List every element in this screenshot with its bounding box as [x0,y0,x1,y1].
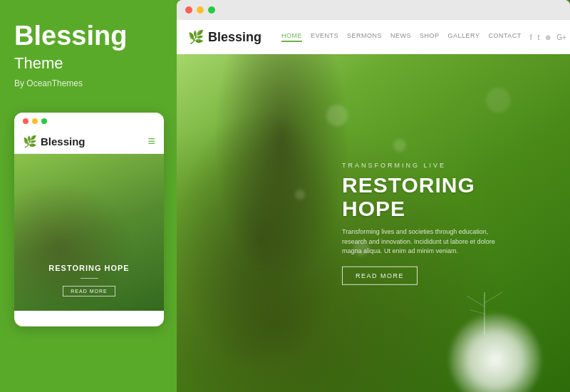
desktop-hero: TRANSFORMING LIVE RESTORING HOPE Transfo… [177,54,570,392]
desktop-navbar: 🌿 Blessing HOME EVENTS SERMONS NEWS SHOP… [177,20,570,54]
mobile-titlebar [14,113,164,130]
bokeh-4 [295,190,305,200]
dandelion-shape [442,292,556,392]
desktop-nav-social: f t ⊕ G+ ✉ [530,33,570,41]
desktop-hero-cta-button[interactable]: READ MORE [342,266,418,284]
desktop-browser-content: 🌿 Blessing HOME EVENTS SERMONS NEWS SHOP… [177,20,570,392]
social-gplus[interactable]: G+ [556,33,566,41]
bokeh-2 [393,139,406,152]
theme-subtitle: Theme [14,54,63,73]
desktop-dot-yellow[interactable] [197,6,204,14]
desktop-chrome: 🌿 Blessing HOME EVENTS SERMONS NEWS SHOP… [177,0,570,392]
nav-link-contact[interactable]: CONTACT [488,32,521,42]
mobile-logo-text: Blessing [41,135,86,148]
mobile-hero-title: RESTORING HOPE [14,264,164,272]
nav-link-home[interactable]: HOME [281,32,302,42]
nav-link-events[interactable]: EVENTS [311,32,338,42]
desktop-hero-content: TRANSFORMING LIVE RESTORING HOPE Transfo… [342,162,542,285]
nav-link-gallery[interactable]: GALLERY [448,32,480,42]
left-panel: Blessing Theme By OceanThemes 🌿 Blessing… [0,0,177,392]
desktop-nav-logo-text: Blessing [208,30,261,45]
desktop-dot-green[interactable] [208,6,215,14]
desktop-dot-red[interactable] [185,6,192,14]
mobile-mockup: 🌿 Blessing ≡ RESTORING HOPE READ MORE [14,113,164,326]
mobile-navbar: 🌿 Blessing ≡ [14,130,164,154]
desktop-nav-logo-icon: 🌿 [188,29,204,45]
mobile-hamburger-icon[interactable]: ≡ [147,134,155,149]
desktop-titlebar [177,0,570,20]
right-panel: 🌿 Blessing HOME EVENTS SERMONS NEWS SHOP… [177,0,570,392]
theme-author: By OceanThemes [14,78,83,88]
social-twitter[interactable]: t [538,33,540,41]
dandelion-stem-svg [456,278,513,335]
nav-link-shop[interactable]: SHOP [420,32,440,42]
svg-line-1 [467,296,484,306]
mobile-hero-content: RESTORING HOPE READ MORE [14,264,164,296]
mobile-hero-divider [81,278,98,279]
social-rss[interactable]: ⊕ [545,33,551,41]
bokeh-1 [326,105,348,126]
desktop-nav-logo: 🌿 Blessing [188,29,261,45]
desktop-hero-pretitle: TRANSFORMING LIVE [342,162,542,169]
mobile-logo-icon: 🌿 [23,135,37,148]
desktop-hero-title: RESTORING HOPE [342,173,542,220]
svg-line-3 [470,310,484,314]
desktop-hero-description: Transforming lives and societies through… [342,227,506,257]
social-facebook[interactable]: f [530,33,532,41]
dot-red [23,118,28,124]
dot-green [41,118,47,124]
mobile-cta-button[interactable]: READ MORE [63,286,115,296]
nav-link-news[interactable]: NEWS [390,32,411,42]
mobile-logo: 🌿 Blessing [23,135,86,148]
svg-line-2 [484,292,502,303]
dot-yellow [32,118,38,124]
desktop-nav-links: HOME EVENTS SERMONS NEWS SHOP GALLERY CO… [281,32,522,42]
nav-link-sermons[interactable]: SERMONS [347,32,382,42]
mobile-hero: RESTORING HOPE READ MORE [14,154,164,311]
theme-title: Blessing [14,21,127,51]
